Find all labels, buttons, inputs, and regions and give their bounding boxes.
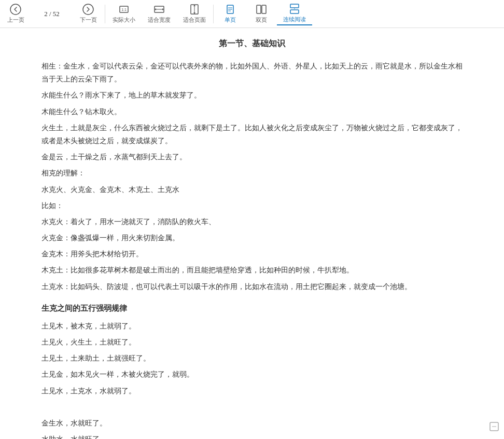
separator-1	[105, 5, 105, 23]
svg-point-0	[10, 4, 21, 15]
actual-size-label: 实际大小	[113, 16, 135, 24]
fit-width-icon	[153, 4, 165, 15]
p2-3: 土见土，土来助土，土就强旺了。	[41, 352, 463, 365]
prev-page-button[interactable]: 上一页	[0, 2, 31, 25]
next-page-label: 下一页	[80, 16, 97, 24]
p2-4: 土见金，如木见火一样，木被火烧完了，就弱。	[41, 368, 463, 381]
svg-text:1:1: 1:1	[121, 8, 127, 11]
paragraph-7: 水克火、火克金、金克木、木克土、土克水	[41, 183, 463, 196]
bold-heading: 生克之间的五行强弱规律	[41, 301, 463, 315]
double-page-label: 双页	[256, 16, 267, 24]
double-page-icon	[256, 4, 267, 15]
paragraph-8: 比如：	[41, 199, 463, 212]
continuous-reading-label: 连续阅读	[283, 16, 306, 23]
bottom-right-icon	[489, 422, 499, 434]
content-area: 第一节、基础知识 相生：金生水，金可以代表云朵，金还可以代表外来的物，比如外国人…	[0, 28, 504, 439]
fit-width-label: 适合宽度	[148, 16, 171, 24]
paragraph-12: 木克土：比如很多花草树木都是破土而出的，而且能把墙壁给穿透，比如种田的时候，牛扒…	[41, 264, 463, 277]
page-indicator: 2 / 52	[41, 10, 63, 18]
svg-point-1	[83, 4, 93, 15]
paragraph-1: 相生：金生水，金可以代表云朵，金还可以代表外来的物，比如外国人、外语、外星人，比…	[41, 60, 463, 86]
svg-rect-13	[262, 5, 266, 13]
p2-8: 水助水，水就旺了。	[41, 433, 463, 439]
paragraph-3: 木能生什么？钻木取火。	[41, 105, 463, 118]
text-content: 相生：金生水，金可以代表云朵，金还可以代表外来的物，比如外国人、外语、外星人，比…	[41, 60, 463, 439]
p2-2: 土见火，火生土，土就旺了。	[41, 336, 463, 349]
next-page-button[interactable]: 下一页	[73, 2, 104, 25]
paragraph-13: 土克水：比如码头、防波堤，也可以代表土可以吸干水的作用，比如水在流动，用土把它圈…	[41, 280, 463, 293]
p2-7: 金生水，水就旺了。	[41, 417, 463, 430]
p2-1: 土见木，被木克，土就弱了。	[41, 320, 463, 333]
paragraph-5: 金是云，土干燥之后，水蒸气都到天上去了。	[41, 150, 463, 163]
prev-page-icon	[10, 4, 21, 15]
continuous-reading-button[interactable]: 连续阅读	[277, 2, 312, 25]
fit-width-button[interactable]: 适合宽度	[142, 2, 177, 25]
fit-page-button[interactable]: 适合页面	[177, 2, 212, 25]
paragraph-10: 火克金：像盏弧爆一样，用火来切割金属。	[41, 231, 463, 244]
p2-5: 土见水，土克水，水就弱了。	[41, 385, 463, 397]
svg-rect-15	[290, 10, 299, 13]
paragraph-6: 相克的理解：	[41, 167, 463, 180]
paragraph-11: 金克木：用斧头把木材给切开。	[41, 248, 463, 260]
paragraph-2: 水能生什么？雨水下来了，地上的草木就发芽了。	[41, 89, 463, 102]
next-page-icon	[82, 4, 94, 15]
fit-page-label: 适合页面	[183, 16, 206, 24]
continuous-reading-icon	[289, 3, 300, 15]
paragraph-9: 水克火：着火了，用水一浇就灭了，消防队的救火车、	[41, 215, 463, 228]
svg-rect-12	[257, 5, 261, 13]
fit-page-icon	[189, 4, 200, 15]
page-navigation: 2 / 52	[31, 10, 73, 18]
single-page-button[interactable]: 单页	[215, 2, 246, 25]
single-page-label: 单页	[225, 16, 236, 24]
prev-page-label: 上一页	[7, 16, 24, 24]
p2-6	[41, 401, 463, 414]
actual-size-icon: 1:1	[118, 4, 130, 15]
double-page-button[interactable]: 双页	[246, 2, 277, 25]
svg-rect-14	[290, 4, 299, 8]
toolbar: 上一页 2 / 52 下一页 1:1 实际大小	[0, 0, 504, 28]
separator-2	[213, 5, 214, 23]
paragraph-4: 火生土，土就是灰尘，什么东西被火烧过之后，就剩下是土了。比如人被火化之后变成灰尘…	[41, 121, 463, 147]
single-page-icon	[225, 4, 236, 15]
chapter-title: 第一节、基础知识	[41, 38, 463, 49]
actual-size-button[interactable]: 1:1 实际大小	[106, 2, 142, 25]
